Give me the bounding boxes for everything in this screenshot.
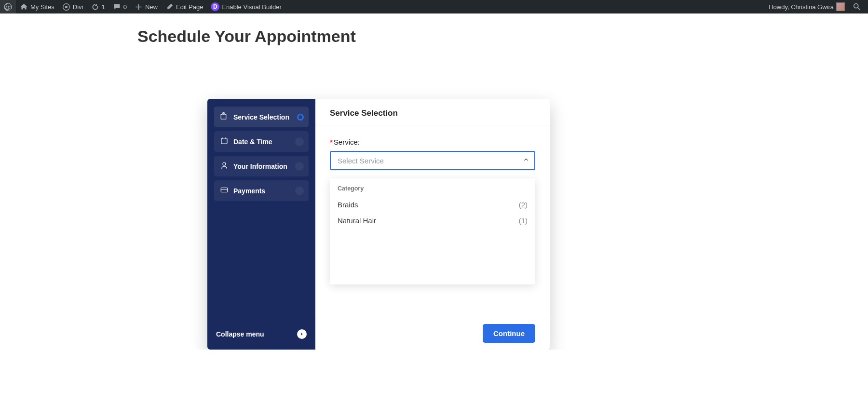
sitename-menu[interactable]: Divi xyxy=(58,0,87,14)
edit-label: Edit Page xyxy=(176,3,203,11)
comments-count: 0 xyxy=(123,3,127,11)
wordpress-icon xyxy=(4,3,12,11)
mysites-menu[interactable]: My Sites xyxy=(16,0,58,14)
option-count: (1) xyxy=(519,216,528,225)
comment-icon xyxy=(113,3,121,11)
avatar xyxy=(836,2,845,11)
required-marker: * xyxy=(330,138,333,146)
service-dropdown: Category Braids (2) Natural Hair (1) xyxy=(330,178,535,284)
bag-icon xyxy=(220,112,229,122)
divi-badge-icon: D xyxy=(211,2,219,11)
panel-body: *Service: Select Service Category Braids… xyxy=(315,125,550,317)
dropdown-option-braids[interactable]: Braids (2) xyxy=(338,197,528,213)
step-label: Your Information xyxy=(233,162,287,170)
search-button[interactable] xyxy=(849,0,865,14)
pencil-icon xyxy=(165,3,174,11)
panel-heading: Service Selection xyxy=(315,99,550,125)
calendar-icon xyxy=(220,136,229,147)
plus-icon xyxy=(135,3,143,11)
step-service-selection[interactable]: Service Selection xyxy=(214,107,309,127)
page-title: Schedule Your Appointment xyxy=(137,27,868,46)
step-indicator xyxy=(295,162,304,171)
service-field-label: *Service: xyxy=(330,138,535,146)
page-content: Schedule Your Appointment Service Select… xyxy=(0,0,868,350)
mysites-label: My Sites xyxy=(30,3,54,11)
collapse-menu[interactable]: Collapse menu xyxy=(214,321,309,350)
card-icon xyxy=(220,186,229,196)
svg-point-1 xyxy=(65,5,68,8)
booking-sidebar: Service Selection Date & Time Your Infor… xyxy=(207,99,315,350)
svg-point-2 xyxy=(854,4,858,8)
sitename-label: Divi xyxy=(73,3,83,11)
step-label: Date & Time xyxy=(233,138,272,146)
admin-icon xyxy=(62,3,70,11)
refresh-icon xyxy=(91,3,99,11)
new-menu[interactable]: New xyxy=(131,0,162,14)
dropdown-option-natural-hair[interactable]: Natural Hair (1) xyxy=(338,213,528,229)
chevron-up-icon xyxy=(523,156,529,165)
svg-rect-3 xyxy=(221,138,227,144)
panel-footer: Continue xyxy=(315,317,550,350)
edit-menu[interactable]: Edit Page xyxy=(162,0,207,14)
comments-menu[interactable]: 0 xyxy=(109,0,131,14)
home-icon xyxy=(20,3,28,11)
arrow-right-icon xyxy=(297,329,307,339)
step-indicator xyxy=(295,187,304,195)
step-label: Payments xyxy=(233,187,265,195)
updates-count: 1 xyxy=(102,3,105,11)
booking-main-panel: Service Selection *Service: Select Servi… xyxy=(315,99,550,350)
svg-point-4 xyxy=(223,162,226,165)
option-count: (2) xyxy=(519,201,528,209)
step-indicator xyxy=(295,137,304,146)
user-icon xyxy=(220,161,229,171)
howdy-label: Howdy, Christina Gwira xyxy=(769,3,834,11)
svg-rect-5 xyxy=(221,188,228,192)
collapse-label: Collapse menu xyxy=(216,330,264,338)
service-select[interactable]: Select Service xyxy=(330,151,535,170)
visual-builder-menu[interactable]: D Enable Visual Builder xyxy=(207,0,285,14)
step-indicator xyxy=(297,114,304,121)
booking-widget: Service Selection Date & Time Your Infor… xyxy=(207,99,550,350)
updates-menu[interactable]: 1 xyxy=(87,0,109,14)
dropdown-category-header: Category xyxy=(338,185,528,192)
option-name: Natural Hair xyxy=(338,216,376,225)
new-label: New xyxy=(145,3,158,11)
user-menu[interactable]: Howdy, Christina Gwira xyxy=(765,0,849,14)
vb-label: Enable Visual Builder xyxy=(222,3,281,11)
service-placeholder: Select Service xyxy=(338,157,384,165)
option-name: Braids xyxy=(338,201,358,209)
search-icon xyxy=(853,2,861,11)
continue-button[interactable]: Continue xyxy=(483,324,535,343)
step-label: Service Selection xyxy=(233,113,289,121)
step-date-time[interactable]: Date & Time xyxy=(214,131,309,152)
wp-logo-menu[interactable] xyxy=(0,0,16,14)
step-your-information[interactable]: Your Information xyxy=(214,156,309,176)
step-payments[interactable]: Payments xyxy=(214,180,309,201)
wp-admin-bar: My Sites Divi 1 0 New Edit Page D Enable… xyxy=(0,0,868,14)
